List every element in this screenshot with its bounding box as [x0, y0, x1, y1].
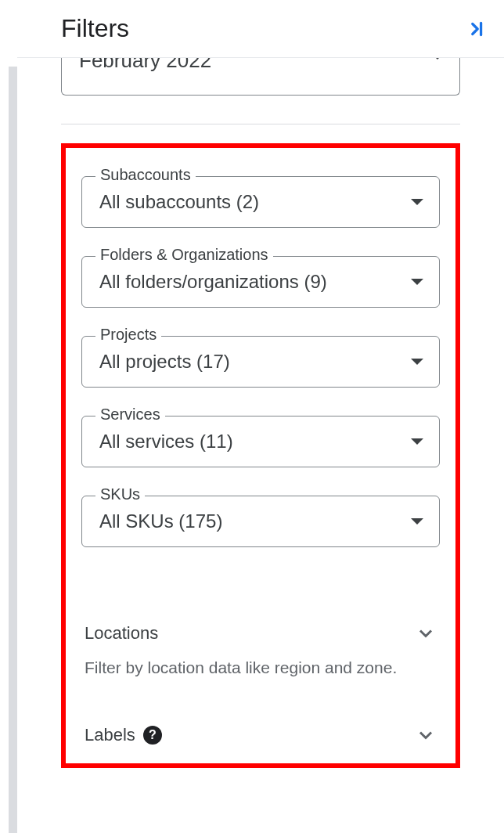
- locations-section: Locations Filter by location data like r…: [81, 619, 440, 677]
- filters-content: February 2022 Subaccounts All subaccount…: [17, 58, 504, 768]
- folders-organizations-label: Folders & Organizations: [95, 246, 273, 264]
- labels-expand-button[interactable]: Labels ?: [81, 721, 440, 749]
- labels-title: Labels ?: [85, 725, 162, 745]
- collapse-icon: [465, 19, 485, 39]
- left-rail-scrollbar[interactable]: [9, 67, 17, 833]
- chevron-down-icon: [411, 518, 423, 525]
- locations-title: Locations: [85, 623, 158, 644]
- filters-panel: Filters February 2022 Subaccounts All su…: [17, 0, 504, 833]
- chevron-down-icon: [411, 359, 423, 365]
- subaccounts-filter: Subaccounts All subaccounts (2): [81, 176, 440, 228]
- services-value: All services (11): [99, 431, 233, 453]
- subaccounts-label: Subaccounts: [95, 166, 196, 184]
- skus-value: All SKUs (175): [99, 510, 222, 532]
- chevron-down-icon: [411, 199, 423, 205]
- services-filter: Services All services (11): [81, 416, 440, 467]
- labels-section: Labels ?: [81, 721, 440, 749]
- folders-organizations-filter: Folders & Organizations All folders/orga…: [81, 256, 440, 308]
- subaccounts-value: All subaccounts (2): [99, 191, 259, 213]
- left-rail: [0, 0, 17, 833]
- chevron-down-icon: [411, 279, 423, 285]
- locations-description: Filter by location data like region and …: [81, 658, 440, 677]
- date-range-value: February 2022: [79, 58, 211, 73]
- projects-value: All projects (17): [99, 351, 230, 373]
- highlighted-filters-group: Subaccounts All subaccounts (2) Folders …: [61, 143, 460, 768]
- chevron-down-icon: [431, 58, 444, 60]
- locations-expand-button[interactable]: Locations: [81, 619, 440, 647]
- services-label: Services: [95, 406, 165, 424]
- projects-label: Projects: [95, 326, 161, 344]
- skus-filter: SKUs All SKUs (175): [81, 496, 440, 547]
- page-title: Filters: [61, 14, 129, 43]
- projects-filter: Projects All projects (17): [81, 336, 440, 388]
- labels-title-text: Labels: [85, 725, 135, 745]
- chevron-down-icon: [411, 438, 423, 445]
- collapse-panel-button[interactable]: [465, 19, 485, 39]
- folders-organizations-value: All folders/organizations (9): [99, 271, 327, 293]
- skus-label: SKUs: [95, 485, 145, 503]
- date-range-select[interactable]: February 2022: [61, 58, 460, 96]
- help-icon[interactable]: ?: [143, 726, 162, 745]
- chevron-down-icon: [415, 622, 437, 644]
- filters-header: Filters: [17, 0, 504, 58]
- chevron-down-icon: [415, 724, 437, 746]
- divider: [61, 124, 460, 124]
